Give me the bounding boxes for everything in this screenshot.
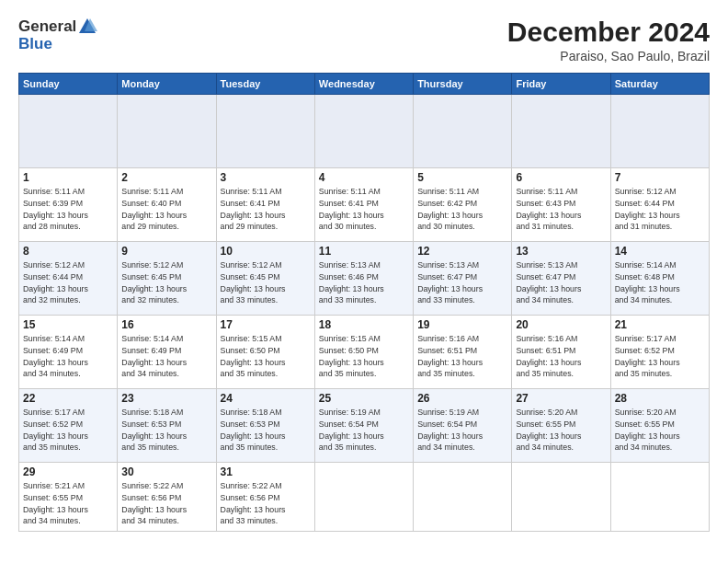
day-number: 17 <box>221 318 311 331</box>
day-number: 31 <box>221 465 311 478</box>
day-info: Sunrise: 5:11 AMSunset: 6:41 PMDaylight:… <box>319 186 409 233</box>
day-info: Sunrise: 5:11 AMSunset: 6:43 PMDaylight:… <box>516 186 606 233</box>
day-info: Sunrise: 5:20 AMSunset: 6:55 PMDaylight:… <box>615 407 705 454</box>
day-info: Sunrise: 5:16 AMSunset: 6:51 PMDaylight:… <box>417 333 507 380</box>
day-number: 23 <box>121 392 211 405</box>
day-number: 15 <box>23 318 113 331</box>
table-row: 12Sunrise: 5:13 AMSunset: 6:47 PMDayligh… <box>414 242 512 316</box>
col-sunday: Sunday <box>19 74 118 95</box>
day-number: 18 <box>319 318 409 331</box>
day-number: 29 <box>23 465 113 478</box>
day-number: 24 <box>221 392 311 405</box>
table-row: 25Sunrise: 5:19 AMSunset: 6:54 PMDayligh… <box>314 389 413 463</box>
table-row <box>610 95 709 168</box>
table-row: 27Sunrise: 5:20 AMSunset: 6:55 PMDayligh… <box>512 389 610 463</box>
day-number: 20 <box>516 318 606 331</box>
day-number: 2 <box>121 171 211 184</box>
table-row <box>414 95 512 168</box>
calendar-week-row: 1Sunrise: 5:11 AMSunset: 6:39 PMDaylight… <box>19 168 710 242</box>
calendar-week-row <box>19 95 710 168</box>
table-row <box>19 95 118 168</box>
logo-general-text: General <box>18 17 76 36</box>
table-row <box>216 95 314 168</box>
day-info: Sunrise: 5:14 AMSunset: 6:49 PMDaylight:… <box>23 333 113 380</box>
col-saturday: Saturday <box>610 74 709 95</box>
subtitle: Paraiso, Sao Paulo, Brazil <box>507 49 710 63</box>
day-number: 13 <box>516 245 606 258</box>
day-info: Sunrise: 5:22 AMSunset: 6:56 PMDaylight:… <box>221 480 311 527</box>
table-row: 13Sunrise: 5:13 AMSunset: 6:47 PMDayligh… <box>512 242 610 316</box>
logo: General Blue <box>18 17 98 53</box>
day-info: Sunrise: 5:11 AMSunset: 6:40 PMDaylight:… <box>121 186 211 233</box>
day-number: 10 <box>221 245 311 258</box>
table-row: 28Sunrise: 5:20 AMSunset: 6:55 PMDayligh… <box>610 389 709 463</box>
table-row: 16Sunrise: 5:14 AMSunset: 6:49 PMDayligh… <box>118 316 216 389</box>
day-info: Sunrise: 5:14 AMSunset: 6:48 PMDaylight:… <box>615 259 705 306</box>
day-info: Sunrise: 5:19 AMSunset: 6:54 PMDaylight:… <box>319 407 409 454</box>
table-row: 17Sunrise: 5:15 AMSunset: 6:50 PMDayligh… <box>216 316 314 389</box>
col-thursday: Thursday <box>414 74 512 95</box>
day-info: Sunrise: 5:22 AMSunset: 6:56 PMDaylight:… <box>121 480 211 527</box>
table-row <box>414 463 512 532</box>
day-number: 21 <box>615 318 705 331</box>
table-row: 2Sunrise: 5:11 AMSunset: 6:40 PMDaylight… <box>118 168 216 242</box>
table-row: 20Sunrise: 5:16 AMSunset: 6:51 PMDayligh… <box>512 316 610 389</box>
day-info: Sunrise: 5:13 AMSunset: 6:47 PMDaylight:… <box>417 259 507 306</box>
day-info: Sunrise: 5:15 AMSunset: 6:50 PMDaylight:… <box>221 333 311 380</box>
day-number: 28 <box>615 392 705 405</box>
table-row: 11Sunrise: 5:13 AMSunset: 6:46 PMDayligh… <box>314 242 413 316</box>
table-row: 8Sunrise: 5:12 AMSunset: 6:44 PMDaylight… <box>19 242 118 316</box>
table-row <box>314 463 413 532</box>
day-info: Sunrise: 5:13 AMSunset: 6:46 PMDaylight:… <box>319 259 409 306</box>
day-info: Sunrise: 5:12 AMSunset: 6:45 PMDaylight:… <box>221 259 311 306</box>
calendar-week-row: 15Sunrise: 5:14 AMSunset: 6:49 PMDayligh… <box>19 316 710 389</box>
table-row <box>118 95 216 168</box>
day-info: Sunrise: 5:17 AMSunset: 6:52 PMDaylight:… <box>23 407 113 454</box>
day-number: 30 <box>121 465 211 478</box>
day-info: Sunrise: 5:16 AMSunset: 6:51 PMDaylight:… <box>516 333 606 380</box>
day-info: Sunrise: 5:17 AMSunset: 6:52 PMDaylight:… <box>615 333 705 380</box>
table-row: 18Sunrise: 5:15 AMSunset: 6:50 PMDayligh… <box>314 316 413 389</box>
calendar-header-row: Sunday Monday Tuesday Wednesday Thursday… <box>19 74 710 95</box>
table-row: 5Sunrise: 5:11 AMSunset: 6:42 PMDaylight… <box>414 168 512 242</box>
calendar-week-row: 29Sunrise: 5:21 AMSunset: 6:55 PMDayligh… <box>19 463 710 532</box>
table-row: 24Sunrise: 5:18 AMSunset: 6:53 PMDayligh… <box>216 389 314 463</box>
table-row: 4Sunrise: 5:11 AMSunset: 6:41 PMDaylight… <box>314 168 413 242</box>
table-row <box>512 463 610 532</box>
day-number: 11 <box>319 245 409 258</box>
day-info: Sunrise: 5:13 AMSunset: 6:47 PMDaylight:… <box>516 259 606 306</box>
table-row: 7Sunrise: 5:12 AMSunset: 6:44 PMDaylight… <box>610 168 709 242</box>
day-number: 3 <box>221 171 311 184</box>
table-row: 9Sunrise: 5:12 AMSunset: 6:45 PMDaylight… <box>118 242 216 316</box>
day-number: 7 <box>615 171 705 184</box>
day-info: Sunrise: 5:12 AMSunset: 6:45 PMDaylight:… <box>121 259 211 306</box>
day-number: 9 <box>121 245 211 258</box>
table-row: 19Sunrise: 5:16 AMSunset: 6:51 PMDayligh… <box>414 316 512 389</box>
day-info: Sunrise: 5:11 AMSunset: 6:39 PMDaylight:… <box>23 186 113 233</box>
col-tuesday: Tuesday <box>216 74 314 95</box>
col-wednesday: Wednesday <box>314 74 413 95</box>
table-row: 3Sunrise: 5:11 AMSunset: 6:41 PMDaylight… <box>216 168 314 242</box>
table-row: 30Sunrise: 5:22 AMSunset: 6:56 PMDayligh… <box>118 463 216 532</box>
calendar-week-row: 8Sunrise: 5:12 AMSunset: 6:44 PMDaylight… <box>19 242 710 316</box>
table-row: 1Sunrise: 5:11 AMSunset: 6:39 PMDaylight… <box>19 168 118 242</box>
header: General Blue December 2024 Paraiso, Sao … <box>18 17 710 63</box>
table-row: 14Sunrise: 5:14 AMSunset: 6:48 PMDayligh… <box>610 242 709 316</box>
day-number: 8 <box>23 245 113 258</box>
table-row: 29Sunrise: 5:21 AMSunset: 6:55 PMDayligh… <box>19 463 118 532</box>
day-info: Sunrise: 5:19 AMSunset: 6:54 PMDaylight:… <box>417 407 507 454</box>
day-info: Sunrise: 5:12 AMSunset: 6:44 PMDaylight:… <box>615 186 705 233</box>
day-info: Sunrise: 5:11 AMSunset: 6:42 PMDaylight:… <box>417 186 507 233</box>
day-number: 4 <box>319 171 409 184</box>
day-info: Sunrise: 5:12 AMSunset: 6:44 PMDaylight:… <box>23 259 113 306</box>
day-info: Sunrise: 5:14 AMSunset: 6:49 PMDaylight:… <box>121 333 211 380</box>
day-number: 26 <box>417 392 507 405</box>
col-friday: Friday <box>512 74 610 95</box>
title-block: December 2024 Paraiso, Sao Paulo, Brazil <box>507 17 710 63</box>
table-row <box>610 463 709 532</box>
day-info: Sunrise: 5:15 AMSunset: 6:50 PMDaylight:… <box>319 333 409 380</box>
table-row: 21Sunrise: 5:17 AMSunset: 6:52 PMDayligh… <box>610 316 709 389</box>
day-info: Sunrise: 5:18 AMSunset: 6:53 PMDaylight:… <box>221 407 311 454</box>
day-info: Sunrise: 5:20 AMSunset: 6:55 PMDaylight:… <box>516 407 606 454</box>
table-row <box>314 95 413 168</box>
